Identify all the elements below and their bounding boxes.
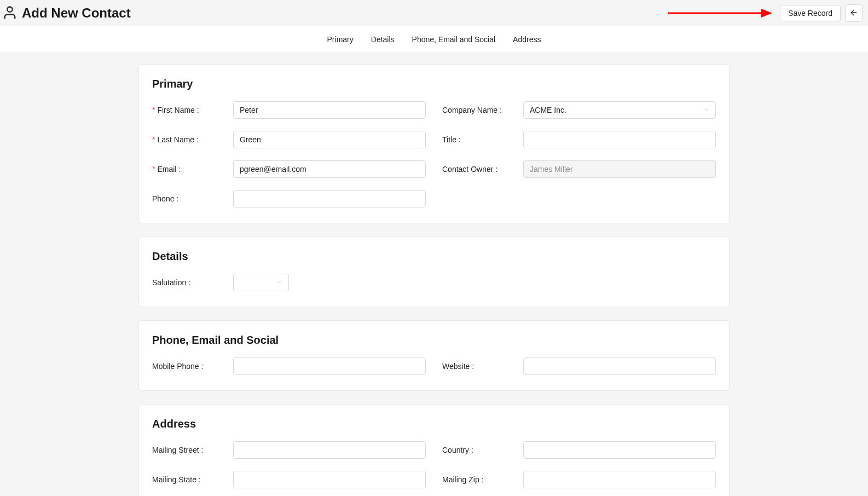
section-address: Address Mailing Street : Country : Maili… [138,404,730,496]
row-first-name: First Name : [152,101,426,119]
annotation-arrow [668,7,772,20]
header-left: Add New Contact [2,5,131,22]
chevron-down-icon [276,278,283,287]
section-details: Details Salutation : [138,237,730,307]
tab-details[interactable]: Details [368,33,398,46]
label-email: Email : [152,165,233,174]
label-last-name: Last Name : [152,135,233,144]
input-email[interactable] [233,160,426,178]
label-first-name: First Name : [152,106,233,114]
label-zip: Mailing Zip : [442,475,523,484]
input-street[interactable] [233,441,426,459]
row-company: Company Name : ACME Inc. [442,101,716,119]
header-actions: Save Record [668,4,863,22]
label-country: Country : [442,446,523,454]
input-first-name[interactable] [233,101,426,119]
label-mobile: Mobile Phone : [152,362,233,371]
tab-phone-email-social[interactable]: Phone, Email and Social [409,33,499,46]
row-last-name: Last Name : [152,131,426,148]
row-state: Mailing State : [152,471,426,488]
input-website[interactable] [523,357,716,375]
label-state: Mailing State : [152,475,233,484]
row-title: Title : [442,131,716,148]
form-content: Primary First Name : Company Name : ACME… [133,64,735,496]
svg-marker-2 [761,9,772,18]
input-owner [523,160,716,178]
section-title-social: Phone, Email and Social [152,334,716,347]
tab-address[interactable]: Address [510,33,544,46]
section-phone-email-social: Phone, Email and Social Mobile Phone : W… [138,320,730,391]
row-phone: Phone : [152,190,426,207]
row-mobile: Mobile Phone : [152,357,426,375]
section-title-details: Details [152,250,716,263]
row-salutation: Salutation : [152,274,289,291]
back-button[interactable] [845,4,863,22]
input-last-name[interactable] [233,131,426,148]
label-company: Company Name : [442,106,523,114]
row-zip: Mailing Zip : [442,471,716,488]
input-mobile[interactable] [233,357,426,375]
section-title-address: Address [152,418,716,430]
section-primary: Primary First Name : Company Name : ACME… [138,64,730,223]
label-phone: Phone : [152,194,233,203]
input-state[interactable] [233,471,426,488]
label-website: Website : [442,362,523,371]
page-header: Add New Contact Save Record [0,0,868,26]
label-street: Mailing Street : [152,446,233,454]
page-title: Add New Contact [22,5,131,21]
row-email: Email : [152,160,426,178]
row-website: Website : [442,357,716,375]
input-phone[interactable] [233,190,426,207]
label-owner: Contact Owner : [442,165,523,174]
input-country[interactable] [523,441,716,459]
select-company[interactable]: ACME Inc. [523,101,716,119]
row-street: Mailing Street : [152,441,426,459]
chevron-down-icon [703,106,710,114]
tab-primary[interactable]: Primary [324,33,357,46]
select-company-value: ACME Inc. [530,106,566,114]
section-title-primary: Primary [152,78,716,90]
svg-point-0 [7,7,12,11]
row-country: Country : [442,441,716,459]
section-tabs: Primary Details Phone, Email and Social … [0,26,868,53]
row-owner: Contact Owner : [442,160,716,178]
label-title: Title : [442,135,523,144]
select-salutation[interactable] [233,274,289,291]
label-salutation: Salutation : [152,278,233,287]
input-zip[interactable] [523,471,716,488]
save-button[interactable]: Save Record [780,5,841,21]
input-title[interactable] [523,131,716,148]
arrow-left-icon [849,8,858,19]
user-icon [2,5,18,22]
